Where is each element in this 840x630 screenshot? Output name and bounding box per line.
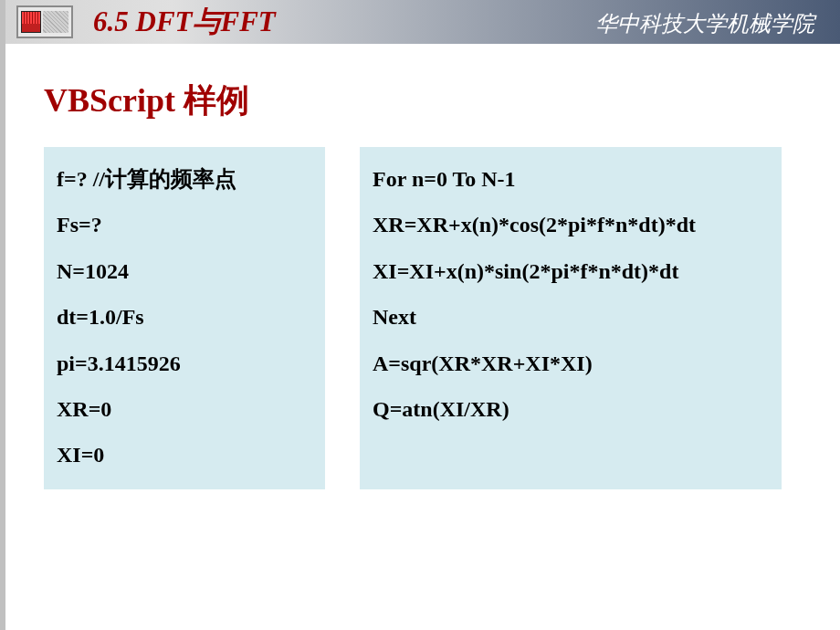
slide-content: VBScript 样例 f=? //计算的频率点 Fs=? N=1024 dt=… [0, 44, 840, 508]
code-line: N=1024 [57, 248, 312, 294]
chapter-title: 6.5 DFT与FFT [93, 3, 276, 41]
logo-controls-icon [43, 11, 68, 33]
code-line: XI=XI+x(n)*sin(2*pi*f*n*dt)*dt [373, 248, 769, 294]
code-line: A=sqr(XR*XR+XI*XI) [373, 341, 769, 386]
code-line: dt=1.0/Fs [57, 294, 312, 340]
code-line: Q=atn(XI/XR) [373, 386, 769, 432]
slide-header: 6.5 DFT与FFT 华中科技大学机械学院 [5, 0, 840, 44]
code-line: Fs=? [57, 202, 312, 247]
institution-name: 华中科技大学机械学院 [595, 9, 814, 38]
code-block-right: For n=0 To N-1 XR=XR+x(n)*cos(2*pi*f*n*d… [360, 147, 782, 489]
code-columns: f=? //计算的频率点 Fs=? N=1024 dt=1.0/Fs pi=3.… [44, 147, 802, 489]
instrument-logo-icon [16, 5, 73, 38]
code-line: XR=0 [57, 386, 312, 432]
code-line: f=? //计算的频率点 [57, 156, 312, 202]
code-line: XR=XR+x(n)*cos(2*pi*f*n*dt)*dt [373, 202, 769, 247]
code-line: Next [373, 294, 769, 340]
code-block-left: f=? //计算的频率点 Fs=? N=1024 dt=1.0/Fs pi=3.… [44, 147, 325, 489]
code-line: For n=0 To N-1 [373, 156, 769, 202]
slide: 6.5 DFT与FFT 华中科技大学机械学院 VBScript 样例 f=? /… [0, 0, 840, 630]
logo-waveform-icon [22, 12, 40, 24]
slide-left-border [0, 0, 5, 630]
logo-screen-icon [21, 11, 41, 33]
section-title: VBScript 样例 [44, 79, 802, 123]
code-line: XI=0 [57, 432, 312, 478]
code-line: pi=3.1415926 [57, 341, 312, 386]
